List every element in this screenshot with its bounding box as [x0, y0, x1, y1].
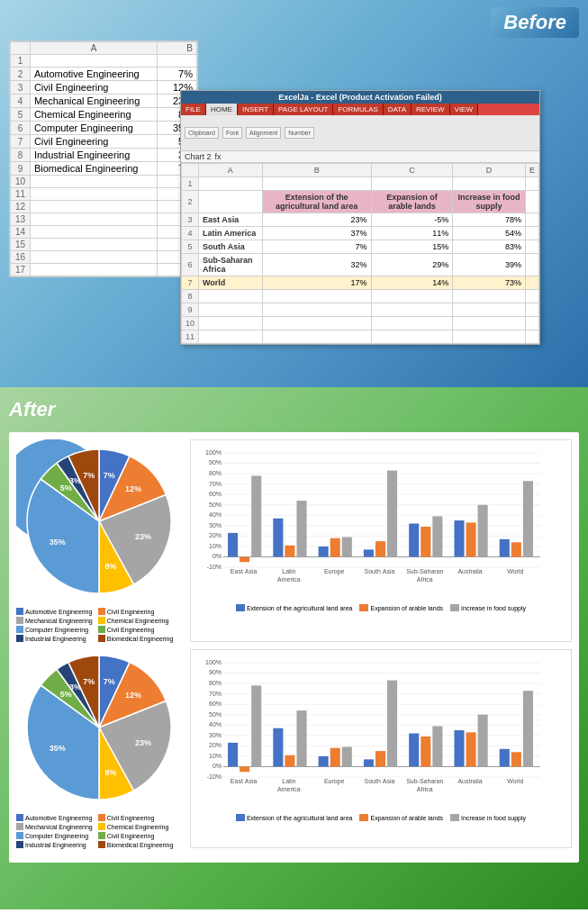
excel-spreadsheet-left: A B 1 2Automotive Engineering7% 3Civil E…: [9, 41, 198, 277]
charts-row-2: Automotive Engineering Civil Engineering…: [16, 649, 572, 848]
legend-label-exp-2: Expansion of arable lands: [370, 815, 443, 821]
legend2-civil2: Civil Engineering: [98, 832, 178, 839]
legend-color-computer: [16, 626, 23, 633]
formulas-tab[interactable]: FORMULAS: [333, 104, 383, 115]
ribbon-body: Clipboard Font Alignment Number: [181, 115, 539, 151]
excel-spreadsheet-right: ExcelJa - Excel (Product Activation Fail…: [180, 90, 540, 345]
data-table: A B C D E 1 2 Extension of the agricultu…: [181, 163, 539, 344]
legend2-label-chemical: Chemical Engineering: [107, 824, 168, 830]
legend-automotive: Automotive Engineering: [16, 608, 96, 615]
legend2-label-civil1: Civil Engineering: [107, 815, 155, 821]
legend2-label-industrial: Industrial Engineering: [25, 842, 86, 848]
legend-label-exp-1: Expansion of arable lands: [370, 605, 443, 611]
legend2-automotive: Automotive Engineering: [16, 814, 96, 821]
bar-legend-2: Extension of the agricultural land area …: [196, 814, 565, 821]
legend-label-biomedical: Biomedical Engineering: [107, 636, 174, 642]
legend-label-ext-2: Extension of the agricultural land area: [247, 815, 353, 821]
legend-label-inc-1: Increase in food supply: [461, 605, 526, 611]
legend-color-ext-1: [236, 604, 245, 611]
legend2-civil1: Civil Engineering: [98, 814, 178, 821]
legend-exp-1: Expansion of arable lands: [359, 604, 443, 611]
page-layout-tab[interactable]: PAGE LAYOUT: [274, 104, 333, 115]
legend2-color-civil1: [98, 814, 105, 821]
legend2-color-computer: [16, 832, 23, 839]
legend-color-ext-2: [236, 814, 245, 821]
legend2-color-automotive: [16, 814, 23, 821]
legend-inc-2: Increase in food supply: [450, 814, 526, 821]
pie-canvas-2: [16, 649, 183, 807]
legend-color-inc-1: [450, 604, 459, 611]
before-section: Before A B 1 2Automotive Engineering7% 3…: [0, 0, 588, 387]
bar-chart-2: Extension of the agricultural land area …: [190, 649, 572, 848]
after-section: After: [0, 387, 588, 909]
legend-label-industrial: Industrial Engineering: [25, 636, 86, 642]
pie-legend-2: Automotive Engineering Civil Engineering…: [16, 814, 183, 848]
data-tab[interactable]: DATA: [384, 104, 412, 115]
font-group: Font: [222, 127, 242, 139]
legend2-color-chemical: [98, 823, 105, 830]
pie-chart-2: Automotive Engineering Civil Engineering…: [16, 649, 183, 848]
legend-color-industrial: [16, 635, 23, 642]
legend-biomedical: Biomedical Engineering: [98, 635, 178, 642]
legend-label-civil2: Civil Engineering: [107, 627, 155, 633]
legend-label-computer: Computer Engineering: [25, 627, 88, 633]
legend2-color-biomedical: [98, 841, 105, 848]
legend-color-civil2: [98, 626, 105, 633]
legend2-mechanical: Mechanical Engineering: [16, 823, 96, 830]
legend-color-inc-2: [450, 814, 459, 821]
bar-legend-1: Extension of the agricultural land area …: [196, 604, 565, 611]
alignment-group: Alignment: [246, 127, 281, 139]
legend-color-exp-2: [359, 814, 368, 821]
legend2-label-mechanical: Mechanical Engineering: [25, 824, 93, 830]
legend-industrial: Industrial Engineering: [16, 635, 96, 642]
number-group: Number: [285, 127, 314, 139]
legend-ext-1: Extension of the agricultural land area: [236, 604, 353, 611]
after-label: After: [9, 394, 579, 425]
legend-color-biomedical: [98, 635, 105, 642]
insert-tab[interactable]: INSERT: [238, 104, 274, 115]
legend2-label-computer: Computer Engineering: [25, 833, 88, 839]
legend-color-mechanical: [16, 617, 23, 624]
bar-canvas-2: [196, 655, 547, 809]
legend2-biomedical: Biomedical Engineering: [98, 841, 178, 848]
legend2-label-automotive: Automotive Engineering: [25, 815, 92, 821]
legend-computer: Computer Engineering: [16, 626, 96, 633]
charts-row-1: Automotive Engineering Civil Engineering…: [16, 439, 572, 642]
bar-canvas-1: [196, 446, 547, 599]
legend-label-chemical: Chemical Engineering: [107, 618, 168, 624]
legend-chemical: Chemical Engineering: [98, 617, 178, 624]
legend-color-civil1: [98, 608, 105, 615]
review-tab[interactable]: REVIEW: [412, 104, 450, 115]
legend-civil2: Civil Engineering: [98, 626, 178, 633]
legend2-color-civil2: [98, 832, 105, 839]
legend2-color-mechanical: [16, 823, 23, 830]
name-box: Chart 2: [185, 152, 212, 161]
legend-civil1: Civil Engineering: [98, 608, 178, 615]
legend-mechanical: Mechanical Engineering: [16, 617, 96, 624]
view-tab[interactable]: VIEW: [450, 104, 478, 115]
excel-title-bar: ExcelJa - Excel (Product Activation Fail…: [181, 91, 539, 104]
legend-exp-2: Expansion of arable lands: [359, 814, 443, 821]
legend2-label-civil2: Civil Engineering: [107, 833, 155, 839]
legend-label-mechanical: Mechanical Engineering: [25, 618, 93, 624]
home-tab[interactable]: HOME: [206, 104, 238, 115]
legend-inc-1: Increase in food supply: [450, 604, 526, 611]
legend-label-inc-2: Increase in food supply: [461, 815, 526, 821]
bar-chart-1: Extension of the agricultural land area …: [190, 439, 572, 642]
legend2-label-biomedical: Biomedical Engineering: [107, 842, 174, 848]
legend-color-automotive: [16, 608, 23, 615]
legend2-color-industrial: [16, 841, 23, 848]
formula-bar: Chart 2 fx: [181, 151, 539, 163]
legend2-computer: Computer Engineering: [16, 832, 96, 839]
file-tab[interactable]: FILE: [181, 104, 206, 115]
before-label: Before: [491, 7, 579, 38]
pie-canvas-1: [16, 443, 183, 601]
legend-ext-2: Extension of the agricultural land area: [236, 814, 353, 821]
legend-label-ext-1: Extension of the agricultural land area: [247, 605, 353, 611]
legend-color-exp-1: [359, 604, 368, 611]
pie-chart-1: Automotive Engineering Civil Engineering…: [16, 439, 183, 642]
fx-label: fx: [215, 152, 222, 161]
clipboard-group: Clipboard: [185, 127, 219, 139]
pie-legend-1: Automotive Engineering Civil Engineering…: [16, 608, 183, 642]
legend2-industrial: Industrial Engineering: [16, 841, 96, 848]
